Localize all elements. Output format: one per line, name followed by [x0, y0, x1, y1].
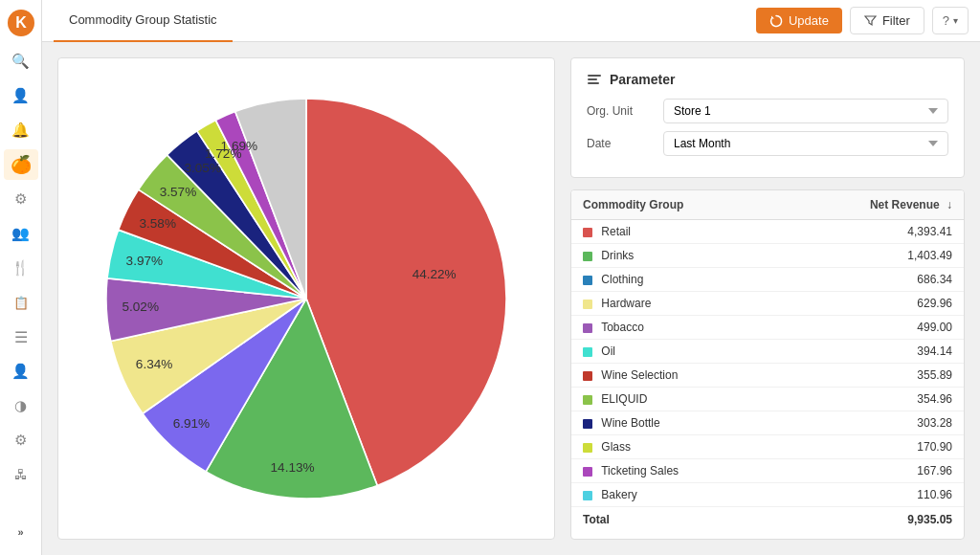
row-name: Wine Bottle	[601, 416, 659, 430]
table-row: Ticketing Sales 167.96	[571, 459, 964, 483]
row-value: 167.96	[784, 459, 965, 483]
row-name: Wine Selection	[601, 368, 678, 382]
app-logo[interactable]: K	[6, 8, 36, 38]
tab-label: Commodity Group Statistic	[69, 12, 217, 27]
parameter-label: Parameter	[610, 72, 676, 87]
color-indicator	[583, 276, 592, 285]
sidebar-item-pos[interactable]: 🍊	[4, 149, 38, 180]
sidebar-item-settings[interactable]: ⚙	[4, 425, 38, 455]
pie-label: 14.13%	[271, 460, 315, 475]
sidebar-item-customers[interactable]: 👥	[4, 218, 38, 249]
sidebar-item-search[interactable]: 🔍	[4, 46, 38, 77]
table-row: Drinks 1,403.49	[571, 244, 964, 268]
row-value: 355.89	[784, 364, 965, 388]
sidebar-item-reports[interactable]: 📋	[4, 287, 38, 318]
color-indicator	[583, 419, 592, 429]
sidebar-item-user[interactable]: 👤	[4, 80, 38, 111]
pie-label: 3.57%	[160, 185, 197, 199]
row-group: Hardware	[571, 292, 784, 316]
row-group: Glass	[571, 435, 784, 459]
filter-label: Filter	[882, 13, 910, 28]
color-indicator	[583, 443, 592, 453]
row-name: ELIQUID	[601, 392, 647, 406]
pie-label: 1.69%	[221, 139, 258, 153]
sidebar-item-restaurant[interactable]: 🍴	[4, 253, 38, 283]
sidebar-item-staff[interactable]: 👤	[4, 356, 38, 387]
color-indicator	[583, 491, 592, 500]
pie-label: 6.34%	[136, 357, 173, 371]
sidebar-item-notifications[interactable]: 🔔	[4, 115, 38, 145]
org-unit-select[interactable]: Store 1	[663, 99, 948, 123]
svg-rect-4	[588, 82, 599, 84]
row-group: Drinks	[571, 244, 784, 268]
pie-label: 3.58%	[139, 216, 176, 231]
row-value: 110.96	[784, 483, 965, 507]
color-indicator	[583, 395, 592, 405]
table-row: Bakery 110.96	[571, 483, 964, 507]
svg-rect-3	[588, 78, 597, 80]
color-indicator	[583, 228, 592, 237]
pie-label: 5.02%	[122, 300, 159, 314]
row-value: 394.14	[784, 340, 965, 364]
row-group: Bakery	[571, 483, 784, 507]
row-group: Clothing	[571, 268, 784, 292]
sidebar: K 🔍 👤 🔔 🍊 ⚙ 👥 🍴 📋 ☰ 👤 ◑ ⚙ 🖧 »	[0, 0, 42, 555]
color-indicator	[583, 252, 592, 261]
commodity-table: Commodity Group Net Revenue ↓ Retail 4,3…	[571, 190, 964, 532]
org-unit-row: Org. Unit Store 1	[587, 99, 948, 123]
row-group: Oil	[571, 340, 784, 364]
total-value: 9,935.05	[784, 507, 965, 533]
row-value: 354.96	[784, 388, 965, 411]
date-select[interactable]: Last Month	[663, 131, 948, 156]
filter-button[interactable]: Filter	[850, 7, 924, 34]
row-group: Ticketing Sales	[571, 459, 784, 483]
row-value: 4,393.41	[784, 220, 965, 244]
table-scroll[interactable]: Commodity Group Net Revenue ↓ Retail 4,3…	[571, 190, 964, 539]
update-button[interactable]: Update	[756, 8, 842, 33]
main-area: Commodity Group Statistic Update Filter …	[42, 0, 980, 555]
parameter-card: Parameter Org. Unit Store 1 Date Last Mo…	[570, 57, 965, 178]
row-name: Clothing	[601, 273, 643, 286]
pie-label: 3.05%	[184, 161, 221, 175]
sidebar-item-list[interactable]: ☰	[4, 322, 38, 352]
table-row: ELIQUID 354.96	[571, 388, 964, 411]
row-name: Retail	[601, 225, 631, 238]
row-value: 499.00	[784, 316, 965, 340]
help-label: ?	[943, 13, 949, 28]
svg-rect-2	[588, 75, 601, 77]
total-label: Total	[571, 507, 784, 533]
row-name: Tobacco	[601, 321, 644, 334]
sidebar-item-chart[interactable]: ◑	[4, 390, 38, 421]
tab-commodity-group-statistic[interactable]: Commodity Group Statistic	[54, 0, 233, 42]
content-area: 44.22%14.13%6.91%6.34%5.02%3.97%3.58%3.5…	[42, 42, 980, 555]
chart-panel: 44.22%14.13%6.91%6.34%5.02%3.97%3.58%3.5…	[57, 57, 555, 540]
table-row: Oil 394.14	[571, 340, 964, 364]
color-indicator	[583, 300, 592, 309]
pie-label: 44.22%	[412, 267, 457, 281]
row-name: Hardware	[601, 297, 651, 310]
date-row: Date Last Month	[587, 131, 948, 156]
filter-icon	[864, 14, 877, 27]
row-name: Oil	[601, 344, 615, 358]
svg-text:K: K	[15, 14, 27, 31]
help-button[interactable]: ? ▾	[932, 7, 969, 34]
right-panel: Parameter Org. Unit Store 1 Date Last Mo…	[570, 57, 965, 540]
row-name: Drinks	[601, 249, 634, 262]
pie-chart: 44.22%14.13%6.91%6.34%5.02%3.97%3.58%3.5…	[86, 78, 526, 519]
sort-icon: ↓	[947, 198, 952, 211]
date-label: Date	[587, 137, 663, 150]
sidebar-item-settings-small[interactable]: ⚙	[4, 184, 38, 214]
row-name: Glass	[601, 440, 631, 454]
row-group: Tobacco	[571, 316, 784, 340]
sidebar-more-button[interactable]: »	[4, 517, 38, 547]
pie-label: 6.91%	[173, 416, 211, 431]
row-value: 1,403.49	[784, 244, 965, 268]
chevron-down-icon: ▾	[953, 15, 958, 26]
sidebar-item-network[interactable]: 🖧	[4, 459, 38, 490]
row-group: Retail	[571, 220, 784, 244]
table-row: Clothing 686.34	[571, 268, 964, 292]
color-indicator	[583, 347, 592, 357]
color-indicator	[583, 467, 592, 477]
data-table-card: Commodity Group Net Revenue ↓ Retail 4,3…	[570, 189, 965, 540]
pie-label: 3.97%	[126, 254, 164, 268]
